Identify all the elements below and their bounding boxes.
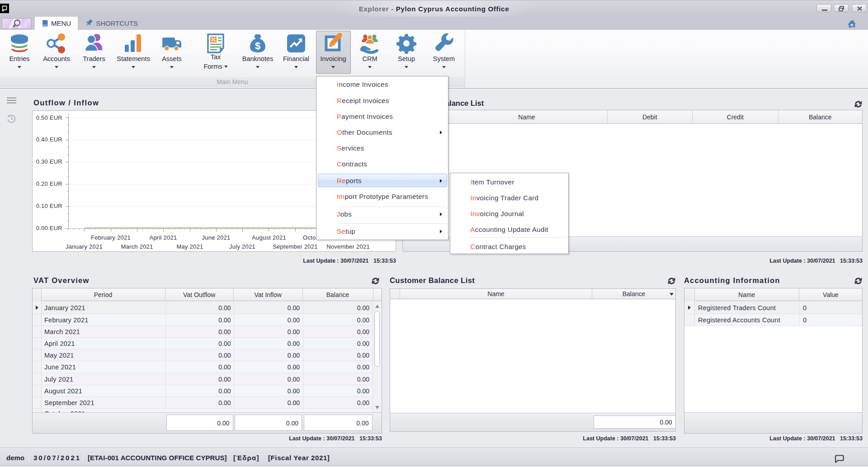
- svg-text:$: $: [255, 40, 260, 52]
